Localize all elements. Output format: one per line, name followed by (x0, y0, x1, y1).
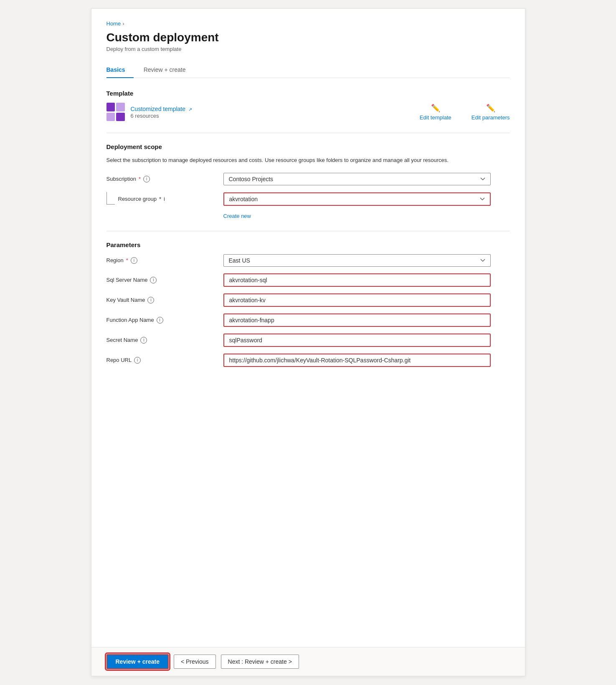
review-create-button[interactable]: Review + create (106, 654, 169, 669)
deployment-scope-heading: Deployment scope (106, 143, 510, 150)
resource-group-control: akvrotation (223, 192, 491, 206)
region-row: Region * i East US (106, 254, 510, 267)
deployment-scope-section: Deployment scope Select the subscription… (106, 143, 510, 219)
region-label: Region * i (106, 257, 223, 264)
resource-group-label: Resource group * i (118, 196, 223, 202)
repo-url-control (223, 354, 491, 367)
function-app-name-input[interactable] (223, 313, 491, 327)
region-info-icon[interactable]: i (131, 257, 137, 264)
sql-server-name-input[interactable] (223, 273, 491, 287)
secret-name-row: Secret Name i (106, 334, 510, 347)
icon-cell-4 (116, 113, 125, 121)
breadcrumb: Home › (106, 20, 510, 27)
subscription-required: * (139, 176, 141, 182)
resource-group-select[interactable]: akvrotation (223, 192, 491, 206)
key-vault-name-input[interactable] (223, 293, 491, 307)
function-app-name-label: Function App Name i (106, 317, 223, 324)
divider-1 (106, 133, 510, 133)
icon-cell-3 (106, 113, 115, 121)
edit-parameters-button[interactable]: ✏️ Edit parameters (472, 104, 510, 121)
create-new-link[interactable]: Create new (223, 213, 510, 219)
resource-group-indent: Resource group * i (106, 192, 223, 206)
edit-buttons-group: ✏️ Edit template ✏️ Edit parameters (420, 104, 510, 121)
template-heading: Template (106, 90, 510, 97)
key-vault-name-label: Key Vault Name i (106, 297, 223, 303)
template-text: Customized template ↗ 6 resources (131, 105, 193, 119)
next-button[interactable]: Next : Review + create > (221, 655, 299, 669)
sql-server-name-row: Sql Server Name i (106, 273, 510, 287)
resource-group-row: Resource group * i akvrotation (106, 192, 510, 206)
sql-server-name-label: Sql Server Name i (106, 277, 223, 283)
subscription-control: Contoso Projects (223, 173, 491, 185)
parameters-heading: Parameters (106, 241, 510, 248)
edit-template-button[interactable]: ✏️ Edit template (420, 104, 451, 121)
deployment-scope-description: Select the subscription to manage deploy… (106, 156, 510, 164)
repo-url-input[interactable] (223, 354, 491, 367)
region-required: * (126, 257, 128, 263)
resource-group-label-text: Resource group (118, 196, 157, 202)
tab-review-create[interactable]: Review + create (144, 62, 194, 78)
edit-parameters-icon: ✏️ (486, 104, 495, 113)
repo-url-label-text: Repo URL (106, 357, 132, 363)
function-app-name-info-icon[interactable]: i (157, 317, 163, 324)
sql-server-name-info-icon[interactable]: i (150, 277, 157, 283)
sql-server-name-label-text: Sql Server Name (106, 277, 148, 283)
resource-group-required: * (159, 196, 161, 202)
template-icon (106, 103, 125, 121)
function-app-name-control (223, 313, 491, 327)
subscription-label: Subscription * i (106, 176, 223, 182)
key-vault-name-row: Key Vault Name i (106, 293, 510, 307)
template-info: Customized template ↗ 6 resources (106, 103, 193, 121)
key-vault-name-control (223, 293, 491, 307)
secret-name-label-text: Secret Name (106, 337, 138, 343)
page-title: Custom deployment (106, 31, 510, 44)
sql-server-name-control (223, 273, 491, 287)
template-resources: 6 resources (131, 113, 193, 119)
key-vault-name-label-text: Key Vault Name (106, 297, 145, 303)
subscription-row: Subscription * i Contoso Projects (106, 173, 510, 185)
template-section: Template Customized template ↗ 6 (106, 90, 510, 121)
secret-name-info-icon[interactable]: i (140, 337, 147, 344)
secret-name-label: Secret Name i (106, 337, 223, 344)
resource-group-info-icon[interactable]: i (164, 196, 165, 202)
subscription-select[interactable]: Contoso Projects (223, 173, 491, 185)
breadcrumb-home[interactable]: Home (106, 20, 121, 27)
subscription-info-icon[interactable]: i (143, 176, 150, 182)
edit-template-icon: ✏️ (431, 104, 440, 113)
repo-url-info-icon[interactable]: i (134, 357, 141, 364)
region-select[interactable]: East US (223, 254, 491, 267)
function-app-name-row: Function App Name i (106, 313, 510, 327)
repo-url-label: Repo URL i (106, 357, 223, 364)
key-vault-name-info-icon[interactable]: i (147, 297, 154, 303)
indent-line (106, 192, 115, 205)
secret-name-control (223, 334, 491, 347)
region-control: East US (223, 254, 491, 267)
external-link-icon: ↗ (188, 107, 192, 112)
icon-cell-2 (116, 103, 125, 111)
parameters-section: Parameters Region * i East US Sql Server… (106, 241, 510, 367)
function-app-name-label-text: Function App Name (106, 317, 154, 323)
secret-name-input[interactable] (223, 334, 491, 347)
icon-cell-1 (106, 103, 115, 111)
footer: Review + create < Previous Next : Review… (91, 647, 525, 676)
template-name-link[interactable]: Customized template (131, 106, 186, 112)
repo-url-row: Repo URL i (106, 354, 510, 367)
divider-2 (106, 231, 510, 231)
region-label-text: Region (106, 257, 124, 263)
page-subtitle: Deploy from a custom template (106, 46, 510, 52)
subscription-label-text: Subscription (106, 176, 137, 182)
edit-parameters-label: Edit parameters (472, 114, 510, 121)
previous-button[interactable]: < Previous (174, 655, 216, 669)
tab-basics[interactable]: Basics (106, 62, 134, 78)
edit-template-label: Edit template (420, 114, 451, 121)
tabs-container: Basics Review + create (106, 62, 510, 78)
breadcrumb-separator: › (122, 20, 124, 27)
